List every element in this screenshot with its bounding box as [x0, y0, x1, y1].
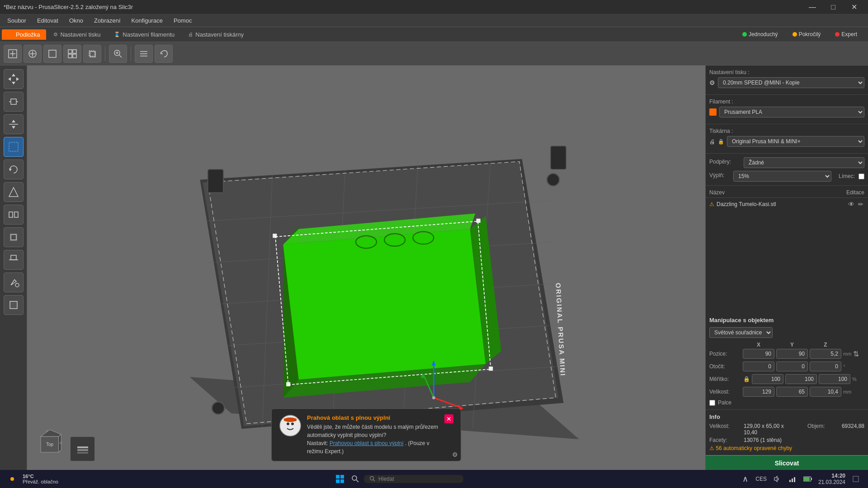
tab-nastaveni-filamentu[interactable]: 🧵 Nastavení filamentu — [108, 29, 181, 40]
taskbar-right: ∧ CES 14:20 21.03.2024 — [738, 472, 863, 486]
filament-color-swatch[interactable] — [709, 108, 717, 116]
battery-icon[interactable] — [801, 472, 815, 486]
tab-podlozka[interactable]: Podložka — [2, 29, 46, 40]
tool-scale[interactable] — [4, 182, 24, 202]
add-shape-button[interactable] — [24, 45, 42, 63]
edit-button[interactable]: ✏ — [857, 200, 864, 209]
menu-zobrazeni[interactable]: Zobrazení — [89, 15, 126, 26]
notification-link[interactable]: Prahovou oblast s plnou výplní — [330, 440, 403, 446]
filament-select[interactable]: Prusament PLA — [719, 107, 864, 117]
maximize-button[interactable]: □ — [823, 0, 844, 14]
object-list-header: Název Editace — [706, 188, 868, 198]
rotate-x-input[interactable] — [743, 361, 774, 371]
svg-marker-32 — [9, 188, 18, 197]
tool-cube[interactable] — [4, 295, 24, 315]
scale-z-input[interactable] — [819, 374, 850, 384]
undo-button[interactable] — [155, 45, 173, 63]
tool-rotate[interactable] — [4, 160, 24, 179]
delete-button[interactable] — [43, 45, 61, 63]
view-cube[interactable]: Top R F — [32, 425, 68, 461]
date-display: 21.03.2024 — [818, 479, 845, 485]
rotate-y-input[interactable] — [776, 361, 808, 371]
coord-system-select[interactable]: Světové souřadnice Lokální souřadnice — [709, 327, 773, 338]
language-indicator[interactable]: CES — [754, 474, 769, 484]
palce-checkbox[interactable] — [709, 400, 715, 406]
position-unit-toggle[interactable]: ⇅ — [853, 350, 859, 358]
mode-pokrocily[interactable]: Pokročilý — [789, 30, 825, 38]
tool-move-xy[interactable] — [4, 92, 24, 112]
menu-editovat[interactable]: Editovat — [32, 15, 64, 26]
close-button[interactable]: ✕ — [844, 0, 864, 14]
viewport[interactable]: ORIGINAL PRUSA MINI — [27, 66, 705, 470]
mode-jednoduchy-label: Jednoduchý — [749, 31, 778, 38]
object-filename: Dazzling Tumelo-Kasi.stl — [717, 201, 776, 207]
add-object-button[interactable] — [4, 45, 22, 63]
position-y-input[interactable] — [776, 349, 808, 359]
notification: Prahová oblast s plnou výplní Věděli jst… — [271, 408, 461, 461]
print-settings-label: Nastavení tisku : — [709, 69, 864, 75]
supports-select[interactable]: Žádné — [744, 157, 864, 168]
view-mode-button[interactable] — [135, 45, 153, 63]
mode-expert[interactable]: Expert — [831, 30, 861, 38]
position-unit: mm — [843, 351, 851, 357]
tool-arrange[interactable] — [4, 114, 24, 134]
scale-y-input[interactable] — [785, 374, 817, 384]
tool-move-arrows[interactable] — [4, 69, 24, 89]
print-profile-select[interactable]: 0.20mm SPEED @MINI - Kopie — [718, 77, 864, 88]
rotate-z-input[interactable] — [810, 361, 841, 371]
minimize-button[interactable]: — — [802, 0, 823, 14]
tray-chevron[interactable]: ∧ — [738, 472, 752, 486]
notifications-button[interactable] — [849, 472, 863, 486]
scale-lock-icon[interactable]: 🔒 — [743, 376, 750, 382]
menu-konfigurace[interactable]: Konfigurace — [126, 15, 168, 26]
size-z-input[interactable] — [810, 387, 841, 397]
mode-jednoduchy[interactable]: Jednoduchý — [739, 30, 782, 38]
svg-rect-99 — [340, 479, 344, 483]
tool-cut[interactable] — [4, 250, 24, 270]
tab-nastaveni-tisku[interactable]: ⚙ Nastavení tisku — [47, 29, 107, 40]
printer-select[interactable]: Original Prusa MINI & MINI+ — [727, 136, 864, 147]
position-z-input[interactable] — [810, 349, 841, 359]
tool-support[interactable] — [4, 227, 24, 247]
menu-pomoc[interactable]: Pomoc — [168, 15, 197, 26]
size-y-input[interactable] — [776, 387, 808, 397]
copy-button[interactable] — [83, 45, 101, 63]
notification-settings-button[interactable]: ⚙ — [452, 451, 458, 458]
svg-rect-36 — [11, 235, 16, 240]
svg-rect-39 — [11, 255, 16, 260]
print-profile-row: ⚙ 0.20mm SPEED @MINI - Kopie — [709, 77, 864, 88]
visibility-button[interactable]: 👁 — [847, 200, 855, 209]
rotate-unit: ° — [843, 364, 845, 369]
rotate-row: Otočit: ° — [709, 361, 864, 371]
audio-icon[interactable] — [770, 472, 784, 486]
tool-select[interactable] — [4, 137, 24, 157]
menu-soubor[interactable]: Soubor — [2, 15, 32, 26]
info-facets-value: 13076 (1 stěna) — [744, 437, 782, 443]
search-bar[interactable]: Hledat — [364, 475, 463, 483]
supports-fill-section: Podpěry: Žádné Výplň: 15% Límec: — [706, 154, 868, 186]
tool-paint[interactable] — [4, 272, 24, 292]
size-x-input[interactable] — [743, 387, 774, 397]
manipulation-section: Manipulace s objektem Světové souřadnice… — [706, 313, 868, 409]
svg-marker-28 — [12, 120, 15, 122]
svg-rect-98 — [336, 479, 340, 483]
slicovat-button[interactable]: Slicovat — [706, 455, 868, 470]
position-x-input[interactable] — [743, 349, 774, 359]
notification-body: Věděli jste, že můžete části modelu s ma… — [307, 423, 439, 455]
notification-close-button[interactable]: ✕ — [444, 414, 453, 423]
windows-start-button[interactable] — [333, 472, 347, 486]
search-button[interactable] — [349, 472, 362, 486]
tab-nastaveni-tiskarny[interactable]: 🖨 Nastavení tiskárny — [182, 29, 250, 40]
fill-select[interactable]: 15% — [733, 171, 831, 182]
brim-checkbox[interactable] — [859, 174, 864, 179]
layers-view-button[interactable] — [70, 436, 95, 461]
scale-x-input[interactable] — [752, 374, 783, 384]
svg-rect-94 — [284, 418, 297, 421]
tool-mirror[interactable] — [4, 205, 24, 225]
size-label: Velikost: — [709, 389, 741, 395]
network-icon[interactable] — [786, 472, 799, 486]
arrange-button[interactable] — [63, 45, 81, 63]
object-list-item[interactable]: ⚠ Dazzling Tumelo-Kasi.stl 👁 ✏ — [706, 198, 868, 211]
zoom-in-button[interactable] — [109, 45, 127, 63]
menu-okno[interactable]: Okno — [64, 15, 89, 26]
